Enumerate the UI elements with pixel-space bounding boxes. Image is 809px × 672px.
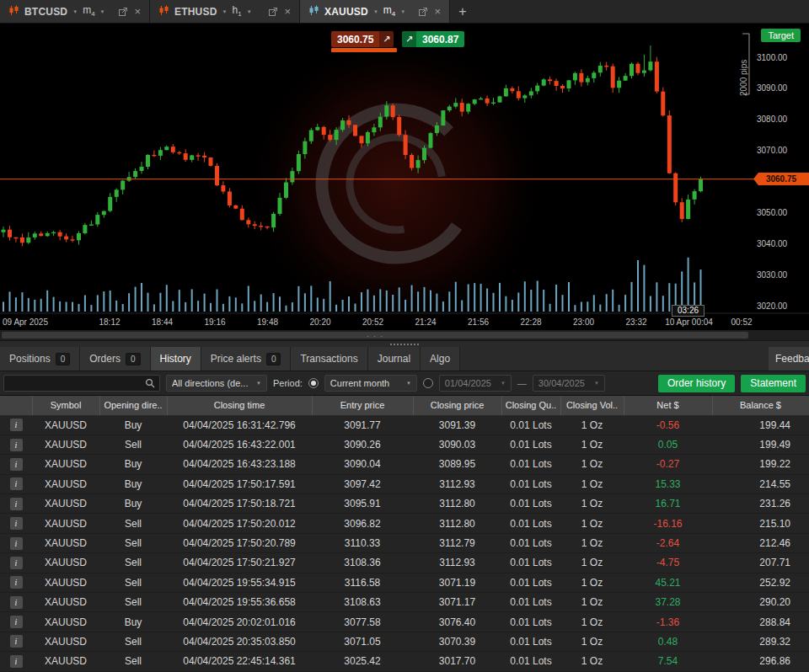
- column-header-0[interactable]: [0, 396, 32, 415]
- svg-text:18:44: 18:44: [152, 317, 173, 327]
- feedback-tab[interactable]: Feedback: [769, 347, 809, 371]
- history-row[interactable]: iXAUUSDSell04/04/2025 17:50:20.0123096.8…: [0, 514, 809, 533]
- cell-closing_time: 04/04/2025 22:45:14.361: [167, 652, 312, 671]
- column-header-8[interactable]: Net $: [624, 396, 712, 415]
- search-box[interactable]: [3, 375, 160, 392]
- info-icon[interactable]: i: [10, 576, 23, 589]
- sell-button[interactable]: 3060.75 ↗: [331, 31, 394, 47]
- cell-closing_price: 3076.40: [413, 612, 501, 632]
- range-separator: —: [517, 378, 527, 388]
- new-chart-button[interactable]: +: [450, 0, 475, 23]
- close-icon[interactable]: ×: [284, 5, 291, 18]
- history-row[interactable]: iXAUUSDSell04/04/2025 19:55:36.6583108.6…: [0, 593, 809, 612]
- bottom-tab-orders[interactable]: Orders 0: [80, 347, 150, 371]
- history-row[interactable]: iXAUUSDBuy04/04/2025 16:31:42.7963091.77…: [0, 415, 809, 435]
- info-icon[interactable]: i: [10, 419, 23, 431]
- info-icon[interactable]: i: [10, 439, 23, 451]
- search-input[interactable]: [4, 377, 141, 389]
- column-header-9[interactable]: Balance $: [712, 396, 809, 415]
- bottom-tab-transactions[interactable]: Transactions: [291, 347, 367, 371]
- detach-icon[interactable]: [269, 8, 277, 16]
- column-header-3[interactable]: Closing time: [167, 396, 312, 415]
- info-icon[interactable]: i: [10, 498, 23, 510]
- info-icon[interactable]: i: [10, 616, 23, 628]
- info-icon[interactable]: i: [10, 596, 23, 609]
- custom-range-radio[interactable]: [423, 378, 433, 388]
- history-row[interactable]: iXAUUSDSell04/04/2025 17:50:21.9273108.3…: [0, 553, 809, 573]
- info-icon[interactable]: i: [10, 655, 23, 668]
- column-header-1[interactable]: Symbol: [32, 396, 99, 415]
- history-row[interactable]: iXAUUSDSell04/04/2025 22:45:14.3613025.4…: [0, 652, 809, 671]
- close-icon[interactable]: ×: [134, 5, 141, 18]
- cell-direction: Sell: [99, 652, 167, 671]
- candlestick-chart[interactable]: 3100.003090.003080.003070.003060.003050.…: [0, 24, 809, 330]
- cell-direction: Buy: [99, 612, 167, 632]
- date-to-input[interactable]: 30/04/2025 ▼: [533, 375, 605, 392]
- cell-closing_time: 04/04/2025 19:55:36.658: [167, 593, 312, 612]
- chevron-down-icon[interactable]: ▼: [72, 9, 78, 14]
- panel-splitter[interactable]: [0, 340, 809, 347]
- history-row[interactable]: iXAUUSDSell04/04/2025 16:43:22.0013090.2…: [0, 435, 809, 454]
- history-row[interactable]: iXAUUSDBuy04/04/2025 17:50:18.7213095.91…: [0, 494, 809, 514]
- column-header-2[interactable]: Opening dire..: [99, 396, 167, 415]
- info-icon[interactable]: i: [10, 537, 23, 550]
- cell-closing_vol: 1 Oz: [560, 514, 624, 533]
- tab-symbol: ETHUSD: [174, 6, 217, 18]
- chevron-down-icon[interactable]: ▼: [373, 9, 378, 14]
- history-row[interactable]: iXAUUSDSell04/04/2025 19:55:34.9153116.5…: [0, 573, 809, 592]
- chevron-down-icon[interactable]: ▼: [100, 9, 105, 14]
- date-from-value: 01/04/2025: [445, 378, 491, 388]
- bottom-tab-positions[interactable]: Positions 0: [0, 347, 80, 371]
- bottom-tab-algo[interactable]: Algo: [421, 347, 460, 371]
- column-header-7[interactable]: Closing Vol..: [560, 396, 624, 415]
- column-header-4[interactable]: Entry price: [312, 396, 413, 415]
- target-label[interactable]: Target: [761, 29, 801, 42]
- buy-button[interactable]: ↗ 3060.87: [402, 31, 464, 47]
- count-badge: 0: [126, 353, 141, 365]
- chart-panel[interactable]: 3100.003090.003080.003070.003060.003050.…: [0, 24, 809, 330]
- detach-icon[interactable]: [419, 8, 427, 16]
- bottom-tab-journal[interactable]: Journal: [368, 347, 421, 371]
- cell-closing_vol: 1 Oz: [560, 494, 624, 514]
- direction-filter-dropdown[interactable]: All directions (de... ▼: [166, 375, 267, 392]
- bottom-tab-history[interactable]: History: [151, 347, 201, 371]
- chevron-down-icon[interactable]: ▼: [222, 9, 228, 14]
- info-icon[interactable]: i: [10, 477, 23, 490]
- info-icon[interactable]: i: [10, 458, 23, 471]
- history-row[interactable]: iXAUUSDSell04/04/2025 20:35:03.8503071.0…: [0, 632, 809, 651]
- cell-net: 7.54: [624, 652, 712, 671]
- bottom-tab-price-alerts[interactable]: Price alerts 0: [201, 347, 292, 371]
- history-row[interactable]: iXAUUSDBuy04/04/2025 17:50:17.5913097.42…: [0, 474, 809, 493]
- info-icon[interactable]: i: [10, 557, 23, 569]
- chevron-down-icon: ▼: [594, 381, 599, 386]
- close-icon[interactable]: ×: [434, 5, 441, 18]
- period-preset-radio[interactable]: [308, 378, 319, 388]
- chart-tab-xauusd[interactable]: XAUUSD ▼ m4 ▼ ×: [300, 0, 450, 23]
- chart-scrollbar[interactable]: [0, 330, 809, 340]
- cell-info: i: [0, 415, 32, 435]
- chevron-down-icon[interactable]: ▼: [400, 9, 405, 14]
- chart-tab-ethusd[interactable]: ETHUSD ▼ h1 ▼ ×: [150, 0, 300, 23]
- column-header-6[interactable]: Closing Qu..: [501, 396, 560, 415]
- svg-text:00:52: 00:52: [731, 317, 752, 327]
- history-row[interactable]: iXAUUSDSell04/04/2025 17:50:20.7893110.3…: [0, 533, 809, 552]
- chevron-down-icon[interactable]: ▼: [247, 9, 252, 14]
- statement-button[interactable]: Statement: [741, 375, 806, 392]
- tab-label: Journal: [378, 353, 410, 365]
- info-icon[interactable]: i: [10, 517, 23, 530]
- cell-net: -4.75: [624, 553, 712, 573]
- column-header-5[interactable]: Closing price: [413, 396, 501, 415]
- chart-tab-btcusd[interactable]: BTCUSD ▼ m4 ▼ ×: [0, 0, 150, 23]
- scrollbar-thumb[interactable]: [2, 332, 748, 339]
- history-row[interactable]: iXAUUSDBuy04/04/2025 20:02:01.0163077.58…: [0, 612, 809, 632]
- history-row[interactable]: iXAUUSDBuy04/04/2025 16:43:23.1883090.04…: [0, 455, 809, 474]
- detach-icon[interactable]: [119, 8, 127, 16]
- cell-info: i: [0, 632, 32, 651]
- date-from-input[interactable]: 01/04/2025 ▼: [439, 375, 512, 392]
- cell-net: 0.05: [624, 435, 712, 454]
- order-history-button[interactable]: Order history: [658, 375, 735, 392]
- info-icon[interactable]: i: [10, 635, 23, 648]
- cell-net: -0.56: [624, 415, 712, 435]
- cell-symbol: XAUUSD: [32, 573, 99, 592]
- period-dropdown[interactable]: Current month ▼: [324, 375, 417, 392]
